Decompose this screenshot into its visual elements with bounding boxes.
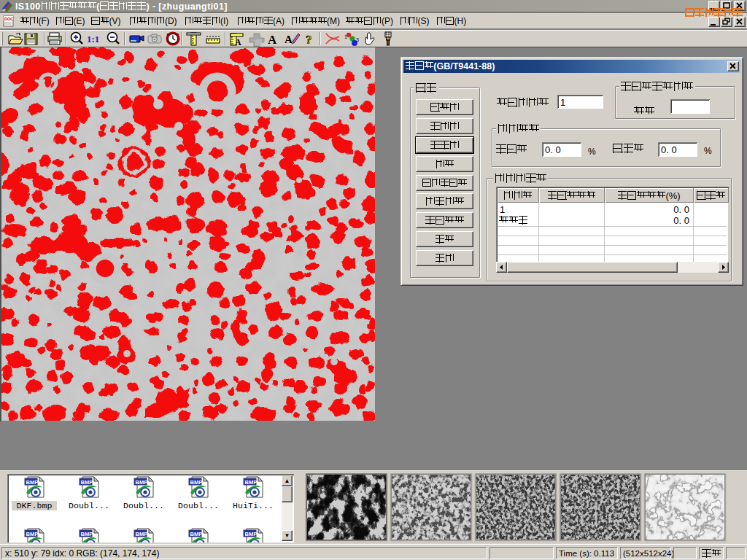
svg-text:1:1: 1:1	[87, 34, 99, 44]
svg-text:A: A	[235, 37, 241, 47]
svg-text:A: A	[285, 34, 293, 45]
svg-text:?: ?	[306, 33, 312, 47]
svg-text:3: 3	[356, 37, 359, 42]
svg-text:1: 1	[344, 34, 347, 39]
svg-text:A: A	[268, 33, 277, 47]
svg-text:DOC: DOC	[4, 17, 13, 21]
